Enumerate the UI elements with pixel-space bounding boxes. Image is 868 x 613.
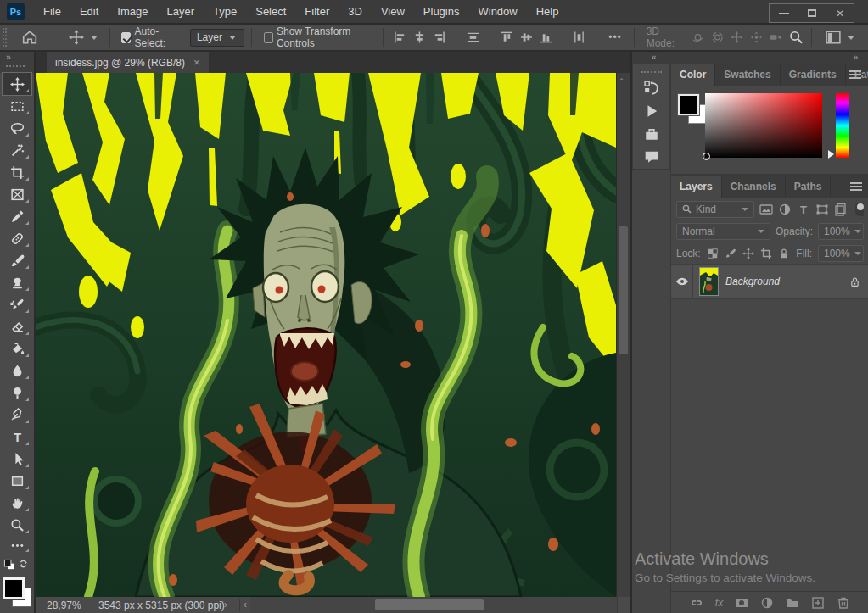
tool-blur[interactable] [3, 359, 31, 382]
tool-paint-bucket[interactable] [3, 337, 31, 359]
close-button[interactable]: ✕ [826, 4, 854, 22]
actions-panel-icon[interactable] [644, 103, 659, 119]
color-cursor[interactable] [703, 153, 710, 160]
panel-menu-icon[interactable] [849, 70, 861, 79]
horizontal-scroll-thumb[interactable] [375, 599, 484, 610]
more-align-options-button[interactable]: ••• [603, 26, 627, 48]
fill-dropdown[interactable]: 100% [818, 245, 864, 262]
search-icon[interactable] [789, 29, 804, 46]
adjustment-layer-icon[interactable] [760, 596, 774, 610]
tab-close-icon[interactable]: × [193, 56, 200, 69]
tool-path-selection[interactable] [3, 448, 31, 470]
tool-rectangular-marquee[interactable] [3, 95, 31, 117]
default-colors-icon[interactable] [3, 559, 16, 571]
home-button[interactable] [14, 26, 46, 48]
tool-zoom[interactable] [3, 514, 31, 536]
tab-gradients[interactable]: Gradients [781, 64, 846, 86]
options-bar-grip[interactable] [3, 28, 7, 47]
3d-slide-icon[interactable] [750, 30, 763, 45]
panel-menu-icon[interactable] [850, 182, 862, 191]
toolbar-header[interactable]: » [0, 52, 34, 73]
collapse-panels-icon[interactable]: « [652, 53, 657, 62]
tool-dodge[interactable] [3, 382, 31, 404]
lock-position-icon[interactable] [742, 248, 754, 259]
saturation-brightness-field[interactable] [705, 93, 822, 158]
menu-select[interactable]: Select [246, 0, 295, 24]
menu-filter[interactable]: Filter [295, 0, 339, 24]
align-left-icon[interactable] [394, 30, 406, 45]
layer-row-background[interactable]: Background [671, 264, 868, 299]
lock-all-icon[interactable] [778, 248, 790, 259]
tool-brush[interactable] [3, 249, 31, 271]
lock-artboard-icon[interactable] [760, 248, 772, 259]
tool-lasso[interactable] [3, 117, 31, 139]
add-mask-icon[interactable] [735, 596, 748, 610]
maximize-button[interactable] [798, 4, 826, 22]
tool-move[interactable] [3, 73, 31, 95]
3d-zoom-camera-icon[interactable] [770, 30, 782, 45]
menu-image[interactable]: Image [108, 0, 157, 24]
align-bottom-icon[interactable] [540, 30, 552, 45]
tool-clone-stamp[interactable] [3, 271, 31, 293]
tool-preset-move[interactable] [60, 26, 103, 48]
align-center-horizontal-icon[interactable] [413, 30, 426, 45]
menu-help[interactable]: Help [527, 0, 568, 24]
shape-layer-filter-icon[interactable] [815, 203, 829, 216]
edit-toolbar-button[interactable] [3, 536, 31, 554]
menu-layer[interactable]: Layer [158, 0, 204, 24]
layer-style-icon[interactable]: fx [715, 597, 723, 609]
workspace-switcher[interactable] [817, 26, 860, 48]
foreground-color-swatch[interactable] [3, 577, 25, 599]
canvas-artwork[interactable] [36, 73, 616, 597]
3d-orbit-icon[interactable] [692, 30, 704, 45]
distribute-vertical-icon[interactable] [573, 30, 585, 45]
tool-frame[interactable] [3, 183, 31, 205]
tool-eraser[interactable] [3, 315, 31, 337]
document-tab[interactable]: insidess.jpg @ 29% (RGB/8) × [47, 52, 209, 73]
menu-type[interactable]: Type [204, 0, 246, 24]
tab-color[interactable]: Color [671, 64, 715, 86]
kind-filter-dropdown[interactable]: Kind [676, 201, 754, 218]
pixel-layer-filter-icon[interactable] [759, 203, 773, 216]
new-layer-icon[interactable] [811, 596, 825, 610]
align-middle-icon[interactable] [520, 30, 533, 45]
menu-edit[interactable]: Edit [70, 0, 108, 24]
scroll-left-icon[interactable]: ‹ [244, 599, 247, 610]
canvas-vertical-scrollbar[interactable]: ˆ [617, 73, 630, 597]
expand-panels-icon[interactable]: » [853, 53, 858, 62]
tool-eyedropper[interactable] [3, 205, 31, 227]
tool-pen[interactable] [3, 404, 31, 426]
scroll-up-icon[interactable]: ˆ [620, 78, 623, 87]
foreground-color-swatch[interactable] [678, 94, 699, 115]
lock-pixels-icon[interactable] [725, 248, 736, 259]
show-transform-checkbox[interactable]: Show Transform Controls [259, 26, 377, 48]
hue-slider[interactable] [836, 93, 849, 158]
auto-select-target-dropdown[interactable]: Layer [190, 29, 244, 47]
adjustment-layer-filter-icon[interactable] [778, 203, 792, 216]
delete-layer-icon[interactable] [837, 596, 850, 610]
new-group-icon[interactable] [786, 596, 799, 610]
minimize-button[interactable] [770, 4, 798, 22]
tool-history-brush[interactable] [3, 293, 31, 315]
tool-type[interactable]: T [3, 426, 31, 448]
auto-select-checkbox[interactable]: Auto-Select: [116, 26, 184, 48]
vertical-scroll-thumb[interactable] [619, 226, 628, 354]
3d-roll-icon[interactable] [711, 30, 724, 45]
align-top-icon[interactable] [501, 30, 513, 45]
tool-hand[interactable] [3, 492, 31, 514]
layer-visibility-cell[interactable] [671, 264, 693, 299]
hue-slider-arrow-icon[interactable] [828, 150, 834, 159]
menu-plugins[interactable]: Plugins [414, 0, 469, 24]
canvas-horizontal-scrollbar[interactable]: › [250, 597, 630, 613]
smart-object-filter-icon[interactable] [834, 203, 848, 216]
tab-channels[interactable]: Channels [722, 176, 786, 198]
distribute-horizontal-icon[interactable] [467, 30, 479, 45]
zoom-level-field[interactable]: 28,97% [47, 599, 81, 611]
comments-panel-icon[interactable] [644, 149, 659, 164]
3d-drag-icon[interactable] [731, 30, 743, 45]
layer-locked-icon[interactable] [849, 276, 860, 287]
tab-swatches[interactable]: Swatches [715, 64, 780, 86]
link-layers-icon[interactable] [690, 596, 703, 610]
menu-file[interactable]: File [34, 0, 70, 24]
tab-layers[interactable]: Layers [671, 176, 722, 198]
